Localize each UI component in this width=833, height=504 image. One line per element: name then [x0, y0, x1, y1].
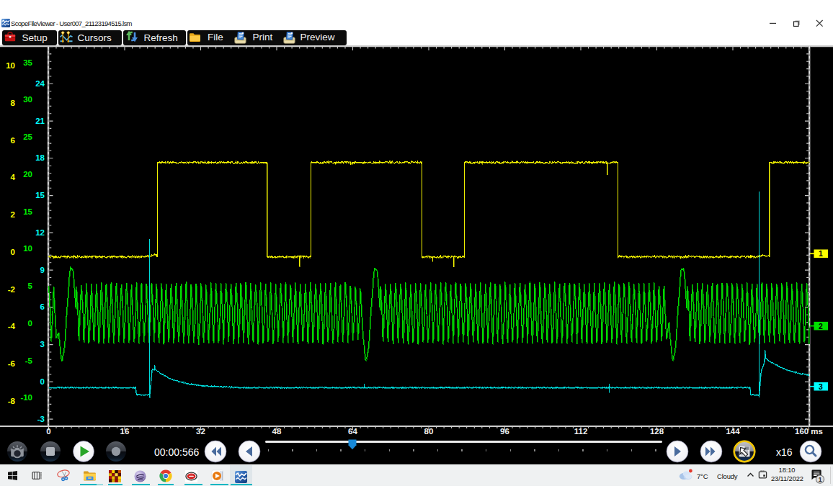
- svg-text:112: 112: [574, 427, 588, 434]
- svg-text:0: 0: [40, 377, 45, 386]
- svg-text:0: 0: [11, 248, 15, 256]
- svg-text:20: 20: [23, 170, 32, 179]
- svg-text:24: 24: [35, 79, 45, 88]
- svg-text:1: 1: [819, 476, 822, 483]
- svg-text:144: 144: [726, 427, 740, 434]
- svg-text:15: 15: [35, 191, 45, 199]
- svg-text:2: 2: [819, 322, 823, 330]
- svg-text:128: 128: [650, 427, 664, 434]
- svg-text:-2: -2: [8, 285, 15, 294]
- svg-text:6: 6: [40, 302, 45, 311]
- svg-text:64: 64: [348, 427, 357, 434]
- svg-text:5: 5: [28, 282, 33, 290]
- svg-text:10: 10: [23, 244, 32, 253]
- svg-text:-4: -4: [8, 322, 16, 330]
- svg-text:16: 16: [120, 427, 130, 434]
- svg-text:25: 25: [23, 132, 32, 141]
- svg-text:21: 21: [35, 117, 45, 125]
- svg-text:-6: -6: [8, 359, 15, 368]
- svg-text:3: 3: [819, 382, 823, 391]
- svg-text:96: 96: [500, 427, 509, 434]
- svg-text:48: 48: [272, 427, 282, 434]
- svg-text:-10: -10: [20, 393, 32, 402]
- svg-text:0: 0: [46, 427, 50, 434]
- svg-text:-5: -5: [25, 356, 33, 365]
- svg-text:15: 15: [23, 207, 32, 216]
- svg-text:80: 80: [424, 427, 434, 434]
- svg-text:-8: -8: [8, 397, 16, 405]
- svg-text:3: 3: [40, 340, 45, 348]
- svg-text:35: 35: [23, 58, 32, 67]
- svg-text:6: 6: [11, 136, 15, 145]
- svg-text:1: 1: [819, 249, 823, 258]
- svg-text:9: 9: [40, 266, 45, 274]
- svg-text:160 ms: 160 ms: [795, 427, 823, 434]
- svg-text:10: 10: [6, 61, 15, 70]
- svg-text:12: 12: [35, 228, 45, 237]
- svg-text:32: 32: [196, 427, 205, 434]
- svg-text:30: 30: [23, 95, 32, 104]
- svg-text:18: 18: [35, 153, 45, 162]
- svg-text:4: 4: [11, 173, 16, 181]
- svg-text:0: 0: [28, 319, 32, 328]
- svg-text:8: 8: [11, 99, 16, 107]
- svg-text:2: 2: [11, 210, 15, 219]
- svg-text:-3: -3: [37, 415, 45, 423]
